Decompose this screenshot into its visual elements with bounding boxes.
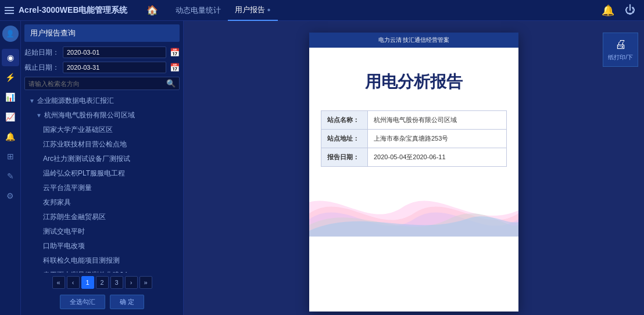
page-first-btn[interactable]: « — [52, 276, 65, 289]
main-layout: 👤 ◉ ⚡ 📊 📈 🔔 ⊞ ✎ ⚙ 用户报告查询 起始日期： 📅 截止日期： 📅… — [0, 21, 644, 315]
sidebar-item-line[interactable]: 📈 — [2, 108, 19, 126]
panel-title: 用户报告查询 — [24, 24, 180, 42]
tree-item-3[interactable]: 江苏业联技材目营公检点地 — [24, 137, 180, 152]
report-value-1: 上海市奉杂宝真塘路253号 — [368, 130, 506, 148]
page-2-btn[interactable]: 2 — [96, 276, 109, 289]
sidebar-icons: 👤 ◉ ⚡ 📊 📈 🔔 ⊞ ✎ ⚙ — [0, 21, 21, 315]
avatar[interactable]: 👤 — [2, 26, 19, 42]
end-date-input[interactable] — [63, 62, 166, 73]
report-label-0: 站点名称： — [321, 111, 368, 129]
page-3-btn[interactable]: 3 — [110, 276, 123, 289]
search-icon[interactable]: 🔍 — [166, 79, 176, 88]
confirm-button[interactable]: 确 定 — [110, 295, 144, 309]
action-buttons: 全选勾汇 确 定 — [24, 292, 180, 312]
nav-dynamic[interactable]: 动态电量统计 — [169, 0, 228, 21]
sidebar-item-pencil[interactable]: ✎ — [2, 167, 19, 185]
start-date-calendar-icon[interactable]: 📅 — [170, 48, 180, 57]
nav-home[interactable]: 🏠 — [139, 0, 169, 21]
nav-report[interactable]: 用户报告 ● — [228, 0, 278, 21]
end-date-calendar-icon[interactable]: 📅 — [170, 63, 180, 72]
sidebar-item-dashboard[interactable]: ◉ — [2, 49, 19, 66]
power-icon[interactable]: ⏻ — [622, 2, 638, 19]
report-header: 电力云清 技汇通信经营管案 — [309, 33, 518, 48]
sidebar-item-layers[interactable]: ⊞ — [2, 148, 19, 165]
start-date-row: 起始日期： 📅 — [24, 46, 180, 58]
start-date-label: 起始日期： — [24, 48, 59, 58]
report-value-2: 2020-05-04至2020-06-11 — [368, 148, 506, 166]
alert-icon[interactable]: 🔔 — [600, 2, 616, 19]
content-area: 电力云清 技汇通信经营管案 用电分析报告 站点名称： 杭州海电气股份有限公司区域… — [184, 21, 644, 315]
report-table-row-1: 站点地址： 上海市奉杂宝真塘路253号 — [321, 130, 506, 148]
tree-item-1[interactable]: ▼ 杭州海电气股份有限公司区域 — [24, 108, 180, 123]
page-last-btn[interactable]: » — [139, 276, 152, 289]
tree-item-0[interactable]: ▼ 企业能源数据电表汇报汇 — [24, 94, 180, 108]
tree-item-7[interactable]: 友邦家具 — [24, 195, 180, 210]
search-row: 🔍 — [24, 77, 180, 90]
tree-item-9[interactable]: 测试交电平时 — [24, 224, 180, 239]
printer-icon: 🖨 — [615, 38, 627, 51]
report-table-row-0: 站点名称： 杭州海电气股份有限公司区域 — [321, 111, 506, 130]
top-nav: 🏠 动态电量统计 用户报告 ● — [139, 0, 600, 21]
tree-item-12[interactable]: 串工面太测量级测件化建24 — [24, 268, 180, 273]
topbar-right: 🔔 ⏻ — [600, 2, 644, 19]
page-1-btn[interactable]: 1 — [81, 276, 94, 289]
report-table-row-2: 报告日期： 2020-05-04至2020-06-11 — [321, 148, 506, 166]
tree-item-4[interactable]: Arc社力测测试设备厂测报试 — [24, 152, 180, 166]
search-input[interactable] — [28, 80, 166, 87]
page-next-btn[interactable]: › — [125, 276, 138, 289]
report-label-2: 报告日期： — [321, 148, 368, 166]
tree-item-8[interactable]: 江苏朗生金融贸易区 — [24, 210, 180, 224]
tree-item-10[interactable]: 口助平电改项 — [24, 239, 180, 253]
page-prev-btn[interactable]: ‹ — [67, 276, 80, 289]
sidebar-item-settings[interactable]: ⚙ — [2, 187, 19, 205]
start-date-input[interactable] — [63, 46, 166, 58]
end-date-row: 截止日期： 📅 — [24, 62, 180, 73]
report-wave — [309, 178, 518, 237]
print-button[interactable]: 🖨 纸打印/下 — [603, 33, 638, 67]
menu-icon[interactable] — [0, 2, 19, 19]
tree-item-6[interactable]: 云平台流平测量 — [24, 181, 180, 195]
report-info-table: 站点名称： 杭州海电气股份有限公司区域 站点地址： 上海市奉杂宝真塘路253号 … — [321, 110, 507, 167]
tree-item-2[interactable]: 国家大学产业基础区区 — [24, 123, 180, 137]
tree-list: ▼ 企业能源数据电表汇报汇 ▼ 杭州海电气股份有限公司区域 国家大学产业基础区区… — [24, 94, 180, 273]
pagination: « ‹ 1 2 3 › » — [24, 273, 180, 292]
report-page: 电力云清 技汇通信经营管案 用电分析报告 站点名称： 杭州海电气股份有限公司区域… — [309, 33, 518, 312]
report-value-0: 杭州海电气股份有限公司区域 — [368, 111, 506, 129]
tree-item-5[interactable]: 温岭弘众积PLT服服电工程 — [24, 166, 180, 181]
app-title: Acrel-3000WEB电能管理系统 — [19, 5, 128, 16]
export-button[interactable]: 全选勾汇 — [60, 295, 105, 309]
print-label: 纸打印/下 — [608, 53, 633, 62]
left-panel: 用户报告查询 起始日期： 📅 截止日期： 📅 🔍 ▼ 企业能源数据电表汇报汇 ▼… — [21, 21, 184, 315]
report-main-title: 用电分析报告 — [309, 71, 518, 93]
sidebar-item-lightning[interactable]: ⚡ — [2, 69, 19, 86]
end-date-label: 截止日期： — [24, 63, 59, 73]
sidebar-item-chart[interactable]: 📊 — [2, 88, 19, 106]
sidebar-item-bell[interactable]: 🔔 — [2, 128, 19, 145]
tree-item-11[interactable]: 科联检久电能项目测报测 — [24, 253, 180, 268]
report-label-1: 站点地址： — [321, 130, 368, 148]
topbar: Acrel-3000WEB电能管理系统 🏠 动态电量统计 用户报告 ● 🔔 ⏻ — [0, 0, 644, 21]
